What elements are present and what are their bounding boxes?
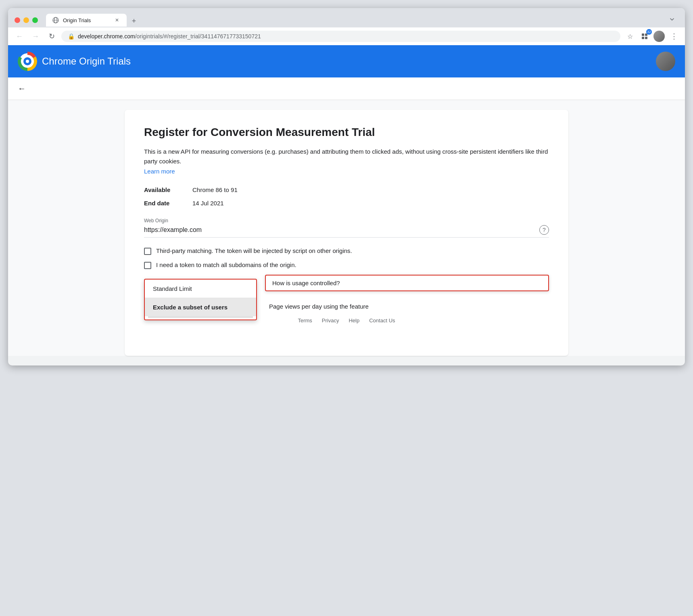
- info-grid: Available Chrome 86 to 91 End date 14 Ju…: [144, 186, 549, 207]
- address-bar: ← → ↻ 🔒 developer.chrome.com/origintrial…: [8, 27, 685, 45]
- subdomain-label: I need a token to match all subdomains o…: [156, 261, 296, 268]
- browser-window: Origin Trials ✕ + ← → ↻ 🔒 dev: [8, 8, 685, 365]
- available-value: Chrome 86 to 91: [192, 186, 549, 193]
- close-button[interactable]: [15, 17, 20, 23]
- refresh-button[interactable]: ↻: [45, 30, 58, 43]
- back-navigation: ←: [8, 77, 685, 100]
- chrome-logo-icon: [18, 52, 37, 71]
- address-input-container[interactable]: 🔒 developer.chrome.com/origintrials/#/re…: [61, 31, 620, 42]
- back-arrow-icon: ←: [18, 84, 26, 93]
- end-date-value: 14 Jul 2021: [192, 200, 549, 207]
- exclude-subset-option[interactable]: Exclude a subset of users: [145, 298, 256, 316]
- svg-rect-5: [642, 37, 644, 39]
- refresh-icon: ↻: [49, 32, 55, 41]
- web-origin-label: Web Origin: [144, 218, 549, 223]
- forward-nav-button[interactable]: →: [29, 30, 42, 43]
- web-origin-help-icon[interactable]: ?: [539, 225, 549, 235]
- right-content-text: Page views per day using the feature: [269, 303, 369, 310]
- bookmark-button[interactable]: ☆: [624, 30, 637, 43]
- chevron-down-icon: [669, 16, 675, 23]
- form-title: Register for Conversion Measurement Tria…: [144, 126, 549, 139]
- extensions-container: 32: [638, 30, 651, 43]
- url-path: /origintrials/#/register_trial/341147671…: [135, 33, 261, 40]
- maximize-button[interactable]: [32, 17, 38, 23]
- user-avatar[interactable]: [656, 52, 675, 71]
- available-label: Available: [144, 186, 192, 193]
- subdomain-checkbox-item[interactable]: I need a token to match all subdomains o…: [144, 261, 549, 269]
- window-controls: [15, 17, 38, 23]
- usage-dropdown-menu[interactable]: Standard Limit Exclude a subset of users: [144, 279, 257, 320]
- active-tab[interactable]: Origin Trials ✕: [46, 14, 127, 27]
- svg-rect-6: [645, 37, 647, 39]
- third-party-checkbox-item[interactable]: Third-party matching. The token will be …: [144, 247, 549, 255]
- url-domain: developer.chrome.com: [78, 33, 135, 40]
- url-display: developer.chrome.com/origintrials/#/regi…: [78, 33, 261, 40]
- help-link[interactable]: Help: [349, 317, 359, 324]
- contact-link[interactable]: Contact Us: [369, 317, 395, 324]
- subdomain-checkbox[interactable]: [144, 262, 151, 269]
- site-header: Chrome Origin Trials: [8, 45, 685, 77]
- usage-tooltip-box: How is usage controlled?: [265, 275, 549, 291]
- tooltip-text: How is usage controlled?: [272, 280, 340, 286]
- user-avatar-image: [656, 52, 675, 71]
- site-title: Chrome Origin Trials: [42, 56, 131, 67]
- web-origin-field-group: Web Origin ?: [144, 218, 549, 238]
- dropdown-scrollbar: [148, 316, 253, 318]
- profile-avatar: [653, 31, 665, 42]
- minimize-button[interactable]: [23, 17, 29, 23]
- more-options-button[interactable]: ⋮: [667, 30, 680, 43]
- form-description: This is a new API for measuring conversi…: [144, 147, 549, 166]
- end-date-label: End date: [144, 200, 192, 207]
- svg-point-10: [26, 60, 29, 63]
- profile-button[interactable]: [653, 30, 666, 43]
- new-tab-button[interactable]: +: [128, 15, 140, 27]
- web-origin-input[interactable]: [144, 226, 539, 234]
- standard-limit-option[interactable]: Standard Limit: [145, 280, 256, 298]
- extensions-badge-count: 32: [646, 29, 652, 35]
- page-content: Chrome Origin Trials ← Register for Conv…: [8, 45, 685, 356]
- privacy-link[interactable]: Privacy: [322, 317, 339, 324]
- third-party-label: Third-party matching. The token will be …: [156, 247, 352, 254]
- back-nav-button[interactable]: ←: [13, 30, 26, 43]
- vertical-dots-icon: ⋮: [670, 32, 677, 41]
- tab-bar: Origin Trials ✕ +: [46, 14, 140, 27]
- tab-title: Origin Trials: [63, 17, 110, 23]
- title-bar: Origin Trials ✕ +: [8, 8, 685, 27]
- main-card: Register for Conversion Measurement Tria…: [125, 110, 568, 356]
- lock-icon: 🔒: [68, 33, 75, 40]
- browser-menu-button[interactable]: [666, 13, 678, 26]
- third-party-checkbox[interactable]: [144, 248, 151, 255]
- page-views-text: Page views per day using the feature: [269, 303, 369, 310]
- svg-rect-3: [642, 33, 644, 36]
- tab-favicon-icon: [52, 17, 59, 23]
- star-icon: ☆: [627, 33, 633, 40]
- back-button[interactable]: ←: [18, 84, 26, 93]
- forward-arrow-icon: →: [32, 32, 39, 41]
- back-arrow-icon: ←: [16, 32, 23, 41]
- checkbox-group: Third-party matching. The token will be …: [144, 247, 549, 269]
- address-actions: ☆ 32 ⋮: [624, 30, 680, 43]
- learn-more-link[interactable]: Learn more: [144, 168, 175, 175]
- web-origin-input-container: ?: [144, 225, 549, 238]
- terms-link[interactable]: Terms: [298, 317, 312, 324]
- site-logo: Chrome Origin Trials: [18, 52, 131, 71]
- tab-close-button[interactable]: ✕: [114, 17, 120, 23]
